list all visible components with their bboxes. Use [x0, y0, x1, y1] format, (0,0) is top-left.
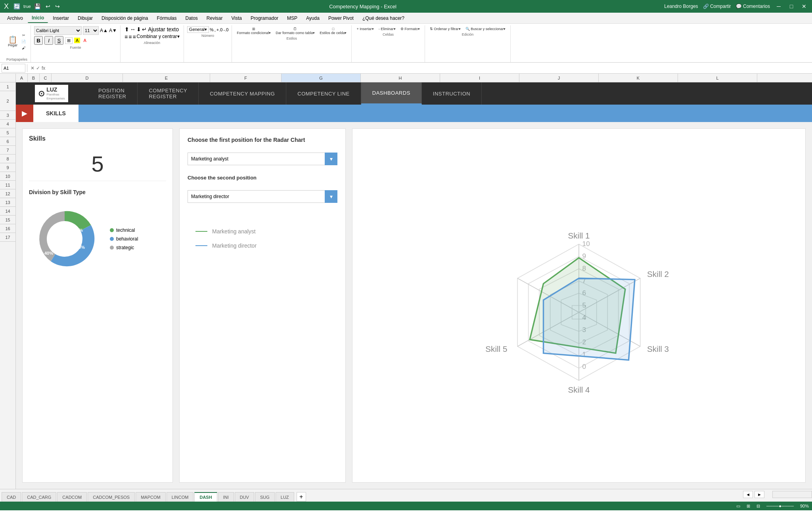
- sort-filter-button[interactable]: ⇅ Ordenar y filtrar▾: [428, 26, 462, 32]
- sheet-area: A B C D E F G H I J K L 1 2 3 4 5 6 7 8 …: [0, 74, 812, 502]
- decrease-decimal-button[interactable]: -.0: [223, 27, 228, 32]
- menu-insertar[interactable]: Insertar: [49, 14, 73, 23]
- find-select-button[interactable]: 🔍 Buscar y seleccionar▾: [464, 26, 508, 32]
- share-button[interactable]: 🔗 Compartir: [703, 4, 731, 9]
- maximize-button[interactable]: □: [787, 2, 795, 10]
- bold-button[interactable]: B: [34, 36, 43, 45]
- cell-reference-input[interactable]: [2, 64, 25, 73]
- first-position-dropdown-arrow[interactable]: ▾: [325, 153, 337, 165]
- format-cells-button[interactable]: ⚙ Formato▾: [399, 26, 421, 32]
- zoom-slider[interactable]: ────●────: [766, 504, 794, 508]
- cancel-formula-icon[interactable]: ✕: [31, 65, 34, 71]
- cut-button[interactable]: ✂: [20, 32, 27, 38]
- play-button[interactable]: ▶: [16, 105, 33, 122]
- tab-scroll-right-button[interactable]: ►: [755, 491, 764, 498]
- tab-luz[interactable]: LUZ: [276, 492, 294, 502]
- tab-cadcom-pesos[interactable]: CADCOM_PESOS: [88, 492, 135, 502]
- number-format-button[interactable]: General▾: [187, 26, 209, 33]
- redo-button[interactable]: ↪: [54, 2, 61, 10]
- cell-styles-button[interactable]: □Estilos de celda▾: [318, 26, 348, 36]
- menu-msp[interactable]: MSP: [283, 14, 301, 23]
- menu-formulas[interactable]: Fórmulas: [153, 14, 180, 23]
- menu-search[interactable]: ¿Qué desea hacer?: [358, 14, 408, 23]
- decrease-font-btn[interactable]: A▼: [109, 28, 117, 33]
- nav-position-register[interactable]: POSITIONREGISTER: [87, 82, 138, 105]
- first-position-select[interactable]: Marketing analyst Marketing director: [188, 153, 337, 165]
- confirm-formula-icon[interactable]: ✓: [36, 65, 40, 71]
- nav-competency-register[interactable]: COMPETENCYREGISTER: [138, 82, 199, 105]
- comma-button[interactable]: ,: [214, 27, 216, 32]
- align-center-button[interactable]: ≡: [128, 34, 132, 40]
- align-right-button[interactable]: ≡: [132, 34, 136, 40]
- align-bottom-button[interactable]: ⬇: [136, 26, 141, 32]
- conditional-format-button[interactable]: ⊞Formato condicional▾: [235, 26, 272, 36]
- comments-button[interactable]: 💬 Comentarios: [736, 4, 770, 9]
- paste-button[interactable]: 📋 Pegar: [6, 35, 19, 48]
- font-select[interactable]: Calibri Light: [34, 26, 82, 35]
- radar-legend: Marketing analyst Marketing director: [188, 220, 337, 257]
- menu-inicio[interactable]: Inicio: [28, 13, 48, 23]
- tab-lincom[interactable]: LINCOM: [167, 492, 194, 502]
- nav-competency-mapping[interactable]: COMPETENCY MAPPING: [199, 82, 286, 105]
- view-layout-icon[interactable]: ⊞: [747, 504, 750, 509]
- format-painter-button[interactable]: 🖌: [20, 45, 27, 51]
- skills-tab[interactable]: SKILLS: [33, 105, 79, 122]
- tab-dash[interactable]: DASH: [194, 492, 217, 502]
- underline-button[interactable]: S: [55, 36, 63, 45]
- main-content: Skills 5 Division by Skill Type: [16, 122, 812, 489]
- formula-input[interactable]: [47, 64, 810, 73]
- menu-disposicion[interactable]: Disposición de página: [98, 14, 152, 23]
- tab-cad[interactable]: CAD: [2, 492, 21, 502]
- menu-datos[interactable]: Datos: [182, 14, 202, 23]
- menu-powerpivot[interactable]: Power Pivot: [324, 14, 358, 23]
- merge-center-button[interactable]: Combinar y centrar▾: [137, 34, 180, 40]
- menu-dibujar[interactable]: Dibujar: [74, 14, 97, 23]
- border-button[interactable]: ⊞: [65, 37, 73, 44]
- second-position-select[interactable]: Marketing director Marketing analyst: [188, 190, 337, 203]
- estilos-label: Estilos: [287, 36, 297, 40]
- minimize-button[interactable]: ─: [775, 2, 783, 10]
- italic-button[interactable]: I: [44, 36, 53, 45]
- format-table-button[interactable]: 🗒Dar formato como tabla▾: [274, 26, 316, 36]
- tab-cad-carg[interactable]: CAD_CARG: [22, 492, 56, 502]
- delete-cells-button[interactable]: - Eliminar▾: [377, 26, 397, 32]
- insert-function-icon[interactable]: fx: [42, 65, 45, 71]
- align-middle-button[interactable]: ↔: [130, 26, 136, 32]
- close-button[interactable]: ✕: [800, 2, 808, 10]
- donut-strategic-label: 40%: [44, 251, 53, 256]
- add-sheet-button[interactable]: +: [297, 492, 306, 502]
- menu-programador[interactable]: Programador: [247, 14, 282, 23]
- first-position-label: Choose the first position for the Radar …: [188, 137, 337, 143]
- menu-ayuda[interactable]: Ayuda: [302, 14, 324, 23]
- view-page-break-icon[interactable]: ⊟: [756, 504, 760, 509]
- nav-dashboards[interactable]: DASHBOARDS: [361, 82, 422, 105]
- autosave-toggle[interactable]: 🔄: [12, 2, 22, 10]
- undo-button[interactable]: ↩: [44, 2, 52, 10]
- copy-button[interactable]: 📄: [20, 39, 27, 44]
- menu-archivo[interactable]: Archivo: [3, 14, 27, 23]
- increase-decimal-button[interactable]: +.0: [216, 27, 223, 32]
- menu-revisar[interactable]: Revisar: [203, 14, 227, 23]
- tab-mapcom[interactable]: MAPCOM: [136, 492, 166, 502]
- tab-cadcom[interactable]: CADCOM: [57, 492, 87, 502]
- horizontal-scrollbar[interactable]: [772, 491, 812, 498]
- percent-button[interactable]: %: [210, 27, 214, 32]
- nav-competency-line[interactable]: COMPETENCY LINE: [286, 82, 361, 105]
- save-button[interactable]: 💾: [33, 2, 42, 10]
- nav-instruction[interactable]: INSTRUCTION: [422, 82, 482, 105]
- insert-cells-button[interactable]: + Insertar▾: [355, 26, 375, 32]
- font-size-select[interactable]: 11: [83, 26, 99, 35]
- fill-color-button[interactable]: A: [74, 38, 80, 43]
- second-position-dropdown-arrow[interactable]: ▾: [325, 190, 337, 203]
- wrap-text-button[interactable]: ↵ Ajustar texto: [142, 26, 179, 32]
- view-normal-icon[interactable]: ▭: [736, 504, 740, 509]
- align-top-button[interactable]: ⬆: [124, 26, 129, 32]
- tab-scroll-left-button[interactable]: ◄: [743, 491, 753, 498]
- tab-ini[interactable]: INI: [218, 492, 234, 502]
- increase-font-btn[interactable]: A▲: [100, 28, 108, 33]
- menu-vista[interactable]: Vista: [228, 14, 246, 23]
- tab-duv[interactable]: DUV: [235, 492, 254, 502]
- align-left-button[interactable]: ≡: [124, 34, 128, 40]
- tab-sug[interactable]: SUG: [255, 492, 275, 502]
- font-color-button[interactable]: A: [82, 38, 88, 43]
